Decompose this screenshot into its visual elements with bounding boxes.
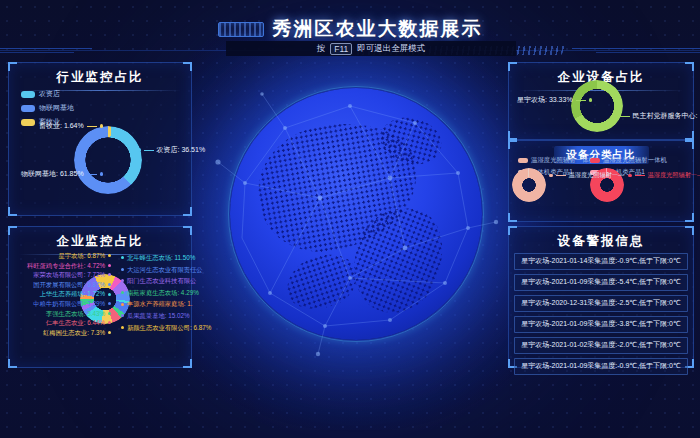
f11-key-badge: F11 [330,43,352,55]
enterprise-label[interactable]: 国开发展有限公司: 6.87% [33,281,111,288]
series-dot [590,158,600,163]
label-text: 国开发展有限公司: 6.87% [33,281,105,288]
label-text: 李强生态农场: 3.43% [46,310,105,317]
label-text: 新颜生态农业有限公司: 6.87% [127,324,211,331]
series-dot [108,331,111,334]
label-text: 星宇农场: 6.87% [58,252,105,259]
callout-text: 农资店: 36.51% [157,145,206,155]
callout-xingyu-farm: 星宇农场: 33.33% [517,95,592,105]
enterprise-label[interactable]: 红梅园生态农业: 7.3% [43,329,111,336]
label-text: 大运河生态农业有限责任公 [127,266,203,273]
category-donut-left[interactable] [512,168,546,202]
callout-livestock: 畜牧业: 1.64% [39,121,103,131]
panel-device-category-ratio: 设备分类占比 温湿度光照辐射一体机一体机类产品1 温湿度光照辐射一体机一体机类产… [508,140,694,222]
enterprise-label[interactable]: 新颜生态农业有限公司: 6.87% [121,324,211,331]
series-dot [137,148,141,152]
leader-line [620,116,630,117]
hint-prefix: 按 [317,43,326,55]
enterprise-labels-left: 星宇农场: 6.87%科旺蛋鸡专业合作社: 4.72%家荣农场有限公司: 7.7… [19,252,111,336]
enterprise-label[interactable]: 大运河生态农业有限责任公 [121,266,203,273]
legend-item[interactable]: 农资店 [21,89,74,99]
label-text: 上华生态养殖场: 1.72% [40,290,105,297]
enterprise-labels-right: 北斗蜂生态农场: 11.50%大运河生态农业有限责任公阳门生态农业科技有限公南苑… [121,254,191,331]
panel-equipment-ratio: 企业设备占比 星宇农场: 33.33% 民主村党群服务中心: [508,62,694,140]
enterprise-label[interactable]: 中粮牛奶有限公司: 7.29% [33,300,111,307]
label-text: 红梅园生态农业: 7.3% [43,329,105,336]
enterprise-label[interactable]: 瓜果蔬菜基地: 15.02% [121,312,190,319]
series-dot [21,105,35,112]
panel-industry-monitor-ratio: 行业监控占比 农资店物联网基地畜牧业 畜牧业: 1.64% 农资店: 36.51… [8,62,192,216]
label-text: 物联网基地 [39,103,74,113]
series-dot [108,293,111,296]
leader-line [635,175,645,176]
callout-category-right: 温湿度光照辐射一— [628,171,700,180]
leader-line [87,126,97,127]
label-text: 丰源水产养殖家庭场: 1. [127,300,192,307]
header-logo [218,22,264,37]
header: 秀洲区农业大数据展示 按 F11 即可退出全屏模式 [0,0,700,60]
callout-store: 农资店: 36.51% [137,145,205,155]
legend-item[interactable]: 温湿度光照辐射一体机 [590,156,667,165]
legend-item[interactable]: 温湿度光照辐射一体机 [518,156,595,165]
series-dot [108,283,111,286]
callout-minzhu-center: 民主村党群服务中心: [613,111,697,121]
leader-line [556,175,566,176]
enterprise-label[interactable]: 家荣农场有限公司: 7.72% [33,271,111,278]
label-text: 中粮牛奶有限公司: 7.29% [33,300,105,307]
enterprise-label[interactable]: 北斗蜂生态农场: 11.50% [121,254,195,261]
panel-title: 企业监控占比 [9,233,191,250]
callout-text: 民主村党群服务中心: [633,111,698,121]
callout-text: 星宇农场: 33.33% [517,95,573,105]
label-text: 温湿度光照辐射一体机 [603,156,667,165]
label-text: 科旺蛋鸡专业合作社: 4.72% [27,262,105,269]
enterprise-label[interactable]: 阳门生态农业科技有限公 [121,277,196,284]
series-dot [121,303,124,306]
callout-category-left: 温湿度光照辐射一— [549,171,624,180]
enterprise-label[interactable]: 南苑家庭生态农场: 4.29% [121,289,199,296]
enterprise-label[interactable]: 仁丰生态农业: 6.44% [46,319,111,326]
alarm-row: 星宇农场-2021-01-02采集温度:-2.0℃,低于下限:0℃ [514,337,688,354]
enterprise-label[interactable]: 星宇农场: 6.87% [58,252,111,259]
page-title: 秀洲区农业大数据展示 [273,16,483,42]
callout-text: 温湿度光照辐射一— [569,171,625,180]
panel-title: 设备警报信息 [509,233,693,250]
industry-donut-chart[interactable] [74,126,142,194]
alarm-row: 星宇农场-2020-12-31采集温度:-2.5℃,低于下限:0℃ [514,295,688,312]
series-dot [613,114,617,118]
alarm-row: 星宇农场-2021-01-09采集温度:-5.4℃,低于下限:0℃ [514,274,688,291]
series-dot [589,98,593,102]
label-text: 北斗蜂生态农场: 11.50% [127,254,195,261]
callout-text: 物联网基地: 61.85% [21,169,84,179]
series-dot [108,321,111,324]
label-text: 阳门生态农业科技有限公 [127,277,196,284]
series-dot [628,174,632,178]
alarm-row: 星宇农场-2021-01-09采集温度:-3.8℃,低于下限:0℃ [514,316,688,333]
series-dot [21,119,35,126]
series-dot [108,273,111,276]
enterprise-label[interactable]: 上华生态养殖场: 1.72% [40,290,111,297]
series-dot [121,268,124,271]
series-dot [108,254,111,257]
label-text: 农资店 [39,89,60,99]
fullscreen-hint: 按 F11 即可退出全屏模式 [226,41,516,56]
globe-visualization [230,88,482,340]
series-dot [100,124,104,128]
leader-line [87,174,97,175]
panel-device-alarm-info: 设备警报信息 星宇农场-2021-01-14采集温度:-0.9℃,低于下限:0℃… [508,226,694,368]
equipment-donut-chart[interactable] [571,80,623,132]
enterprise-label[interactable]: 科旺蛋鸡专业合作社: 4.72% [27,262,111,269]
enterprise-label[interactable]: 李强生态农场: 3.43% [46,310,111,317]
series-dot [121,291,124,294]
series-dot [549,174,553,178]
callout-text: 温湿度光照辐射一— [648,171,700,180]
label-text: 仁丰生态农业: 6.44% [46,319,105,326]
alarm-list: 星宇农场-2021-01-14采集温度:-0.9℃,低于下限:0℃星宇农场-20… [514,253,688,375]
alarm-row: 星宇农场-2021-01-14采集温度:-0.9℃,低于下限:0℃ [514,253,688,270]
series-dot [121,256,124,259]
leader-line [144,150,154,151]
series-dot [518,158,528,163]
legend-item[interactable]: 物联网基地 [21,103,74,113]
dashboard: 秀洲区农业大数据展示 按 F11 即可退出全屏模式 行业监控占比 农资店物联网基… [0,0,700,438]
series-dot [121,314,124,317]
enterprise-label[interactable]: 丰源水产养殖家庭场: 1. [121,300,192,307]
